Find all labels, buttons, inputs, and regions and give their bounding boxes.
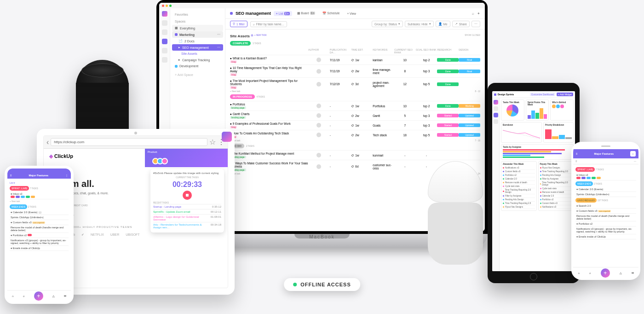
goals-icon[interactable] [162, 57, 167, 63]
search-icon[interactable]: ⌕ [589, 272, 591, 274]
table-row[interactable]: ● 9 Examples of Professional Goals For W… [230, 120, 480, 130]
group-complete-pill[interactable]: COMPLETE [230, 41, 251, 46]
home-icon[interactable]: ⌂ [12, 295, 14, 297]
add-widget-button[interactable]: + Add Widget [557, 93, 573, 96]
sidebar-seo[interactable]: ▸SEO management⋯ [172, 44, 223, 51]
task-item[interactable]: ● Portfolios v2 [10, 233, 69, 238]
product-label[interactable]: Product [148, 151, 157, 153]
task-item[interactable]: Notifications v3 (groups) - group by imp… [575, 227, 636, 234]
list-item[interactable]: Calendar 2.0 [540, 194, 572, 198]
card-whos-behind[interactable]: Who's Behind [550, 99, 574, 121]
card-peyuty[interactable]: Peyuty This Week Flyout Nav DesignsTime … [538, 161, 574, 211]
home-icon[interactable]: ⌂ [578, 272, 580, 274]
task-item[interactable]: Sprints ClickApp (Unlimited+) [575, 192, 636, 197]
task-item[interactable]: ● Emails inside of ClickUp [10, 246, 69, 251]
url-field[interactable]: https://clickup.com [51, 138, 207, 146]
menu-icon[interactable]: ≡ [10, 174, 12, 177]
section-title[interactable]: Site Assets [230, 34, 250, 38]
task-item[interactable]: ● Search 2.0 [575, 204, 636, 209]
view-add[interactable]: + View [345, 11, 358, 16]
show-closed[interactable]: SHOW CLOSED [465, 34, 480, 36]
list-item[interactable]: Calendar 2.0 [503, 177, 535, 181]
card-burndown[interactable]: Burndown [501, 122, 542, 143]
list-item[interactable]: Pending Arlo Design [540, 174, 572, 177]
section-newtask[interactable]: + NEW TASK [254, 34, 267, 36]
notifications-icon[interactable]: △ [52, 294, 55, 297]
logo-icon[interactable] [494, 100, 498, 105]
clickup-logo-icon[interactable] [162, 11, 167, 17]
nav-icon[interactable] [494, 106, 498, 111]
group-sprint[interactable]: SPRINT 1 (4/8) [575, 167, 595, 172]
groupby-chip[interactable]: Group by: Status ▾ [372, 21, 403, 27]
task-item[interactable]: ● Calendar 2.0 (Events) [575, 187, 636, 192]
clickup-logo[interactable]: ◆ ClickUp [49, 153, 140, 159]
sidebar-development[interactable]: Development [172, 63, 223, 69]
share-chip[interactable]: ↗ Share [452, 21, 470, 27]
list-item[interactable]: Notifications v3 [503, 166, 535, 170]
group-inprogress-pill[interactable]: IN PROGRESS [230, 94, 255, 99]
task-item[interactable]: ● Calendar 2.0 (Events) ⬚ [10, 210, 69, 215]
sidebar-campaign[interactable]: ▸Campaign Tracking [172, 57, 223, 63]
recent-task-row[interactable]: xMetrics - Logo design for Goldenstar Sw… [153, 214, 221, 222]
task-item[interactable]: ● Emails inside of ClickUp [575, 234, 636, 239]
search-icon[interactable]: ⌕ [472, 12, 474, 16]
sidebar-docs[interactable]: 📄2 Docs [172, 38, 223, 44]
table-row[interactable]: ● Portfolioslanding page -⏱ 1wPortfolios… [230, 101, 480, 110]
card-sprint-points[interactable]: Sprint Points This Week [526, 99, 549, 121]
group-sprint[interactable]: SPRINT 1 (4/8) [10, 186, 29, 191]
notifications-icon[interactable]: △ [620, 271, 622, 274]
inbox-icon[interactable]: ✉ [64, 294, 66, 297]
task-item[interactable]: Remove the modal of death (handle merge … [575, 214, 636, 221]
more-chip[interactable]: ⋯ [472, 21, 480, 27]
newtask-row[interactable]: + New task [230, 90, 240, 93]
recent-task-row[interactable]: Arlo - Reminders for Tasks/comments & As… [153, 222, 221, 230]
nav-icon[interactable] [494, 113, 498, 117]
search-icon[interactable]: ⌕ [23, 295, 25, 297]
docs-icon[interactable] [162, 39, 167, 44]
card-priority[interactable]: Priority Breakdown [543, 122, 574, 143]
recent-task-row[interactable]: SprintRx - Update Zoom email00:12:11 [153, 209, 221, 214]
list-item[interactable]: Notifications v3 [540, 205, 572, 209]
fab-add[interactable]: + [34, 291, 43, 301]
nav-icon[interactable] [494, 119, 498, 124]
list-item[interactable]: Cycle task stats [540, 187, 572, 191]
fab-add[interactable]: + [601, 268, 610, 278]
filter-count-chip[interactable]: ⚲ 1 filter [230, 21, 247, 27]
list-item[interactable]: Time Tracking Reporting 2.0 [540, 170, 572, 174]
task-item[interactable]: Remove the modal of death (handle merge … [10, 225, 69, 233]
list-item[interactable]: Time Tracking Reporting 2.0 Design [540, 181, 572, 187]
breadcrumb-title[interactable]: SEO management [236, 11, 271, 16]
list-item[interactable]: Portfolios v2 [503, 174, 535, 177]
list-item[interactable]: Cycle task stats [503, 185, 535, 188]
automations-icon[interactable]: ✦ [477, 12, 480, 16]
inbox-icon[interactable]: ✉ [632, 271, 634, 274]
list-item[interactable]: Remove modal of death [503, 181, 535, 185]
customize-button[interactable]: Customize Dashboard [530, 93, 555, 96]
notifications-icon[interactable] [162, 29, 167, 35]
task-item[interactable]: ● Custom fields v3 user-reported [10, 220, 69, 225]
sort-icon[interactable]: ⋯ [634, 160, 636, 163]
menu-icon[interactable]: ≡ [576, 152, 578, 155]
list-item[interactable]: Time Tracking Reporting 2.0 [503, 202, 535, 205]
back-icon[interactable]: ‹ [46, 138, 49, 146]
dashboard-title[interactable]: Design Sprints [498, 93, 514, 96]
extension-icon[interactable] [222, 135, 228, 142]
dashboards-icon[interactable] [162, 48, 167, 53]
task-item[interactable]: Notifications v3 (groups) - group by imp… [10, 238, 69, 246]
sidebar-marketing[interactable]: Marketing⋯ [172, 31, 223, 38]
sidebar-everything[interactable]: ▦Everything [172, 25, 223, 31]
card-alexander[interactable]: Alexander This Week Notifications v3Cust… [501, 161, 537, 211]
table-row[interactable]: ● The Most Important Project Management … [230, 77, 480, 90]
list-item[interactable]: Flyout Nav Designs [540, 166, 572, 170]
list-item[interactable]: Portfolios v2 [540, 198, 572, 202]
task-item[interactable]: Sprints ClickApp (Unlimited+) [10, 215, 69, 220]
recent-task-row[interactable]: Startup - Landing page0:35:12 [153, 204, 221, 209]
filter-icon[interactable]: ⚲ [575, 160, 577, 163]
view-list[interactable]: ≡ List En [274, 11, 292, 16]
me-chip[interactable]: 👤 Me [436, 21, 450, 27]
view-schedule[interactable]: 📅 Schedule [320, 11, 342, 16]
list-item[interactable]: Filter by Assignee [503, 194, 535, 198]
group-weekends[interactable]: WEEK ENDS [575, 181, 593, 186]
table-row[interactable]: ● How To Create An Outstanding Tech Stac… [230, 130, 480, 140]
list-item[interactable]: Flyout Nav Designs [503, 205, 535, 209]
